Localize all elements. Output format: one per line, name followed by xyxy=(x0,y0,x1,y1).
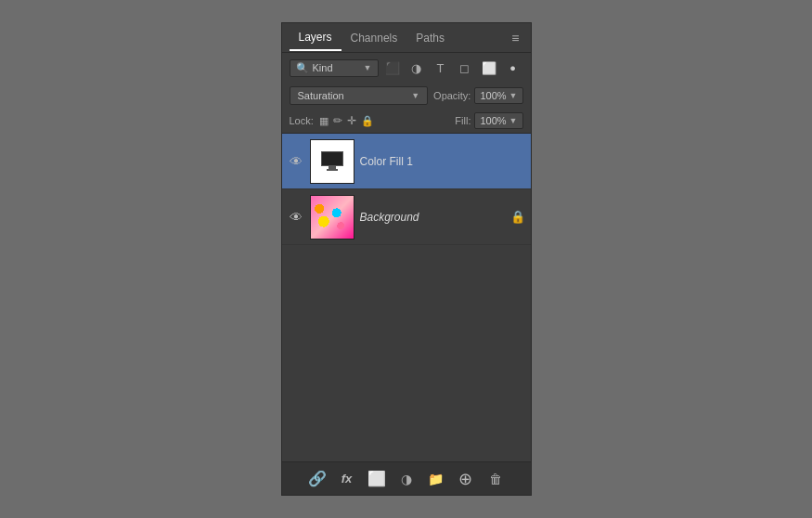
filter-shape-icon[interactable]: ◻ xyxy=(455,58,475,78)
opacity-label: Opacity: xyxy=(433,90,470,101)
monitor-base xyxy=(327,169,338,171)
layer-item[interactable]: 👁 Color Fill 1 xyxy=(282,134,531,189)
layer-name: Background xyxy=(360,211,505,224)
filter-image-icon[interactable]: ⬛ xyxy=(382,58,403,78)
tab-layers[interactable]: Layers xyxy=(290,25,342,51)
new-layer-button[interactable]: ⊕ xyxy=(456,469,476,489)
kind-filter-label: Kind xyxy=(313,62,333,73)
blend-mode-dropdown[interactable]: Saturation ▼ xyxy=(290,86,429,105)
background-thumb xyxy=(311,196,354,239)
lock-artboards-icon[interactable]: 🔒 xyxy=(361,115,374,127)
blend-row: Saturation ▼ Opacity: 100% ▼ xyxy=(282,83,531,109)
monitor-screen xyxy=(321,151,343,166)
new-group-button[interactable]: 📁 xyxy=(426,469,446,489)
filter-smart-icon[interactable]: ● xyxy=(503,58,523,78)
lock-transparent-icon[interactable]: ▦ xyxy=(319,115,329,127)
layer-name: Color Fill 1 xyxy=(360,155,525,168)
fx-button[interactable]: fx xyxy=(337,469,357,489)
fill-input[interactable]: 100% ▼ xyxy=(474,112,522,129)
kind-filter-dropdown[interactable]: 🔍 Kind ▼ xyxy=(290,59,379,77)
fill-label: Fill: xyxy=(455,115,470,126)
lock-icons: ▦ ✏ ✛ 🔒 xyxy=(319,114,374,127)
layer-visibility-icon[interactable]: 👁 xyxy=(288,154,304,169)
layer-thumbnail xyxy=(310,195,354,240)
lock-label: Lock: xyxy=(290,115,314,126)
background-overlay xyxy=(311,196,354,239)
bottom-toolbar: 🔗 fx ⬜ ◑ 📁 ⊕ 🗑 xyxy=(282,461,531,495)
fill-arrow: ▼ xyxy=(509,116,518,125)
layers-list: 👁 Color Fill 1 👁 Background xyxy=(282,134,531,461)
filter-row: 🔍 Kind ▼ ⬛ ◑ T ◻ ⬜ ● xyxy=(282,53,531,83)
opacity-arrow: ▼ xyxy=(509,91,518,100)
panel-tabs: Layers Channels Paths ≡ xyxy=(282,23,531,53)
blend-mode-label: Saturation xyxy=(298,90,344,101)
opacity-input[interactable]: 100% ▼ xyxy=(474,87,522,104)
filter-pixel-icon[interactable]: ⬜ xyxy=(479,58,499,78)
fill-group: Fill: 100% ▼ xyxy=(455,112,522,129)
fill-value-text: 100% xyxy=(480,115,506,126)
lock-position-icon[interactable]: ✛ xyxy=(347,114,356,127)
link-layers-button[interactable]: 🔗 xyxy=(307,469,328,489)
filter-adjustment-icon[interactable]: ◑ xyxy=(406,58,427,78)
adjustment-layer-button[interactable]: ◑ xyxy=(396,469,417,489)
delete-layer-button[interactable]: 🗑 xyxy=(485,469,506,489)
add-mask-button[interactable]: ⬜ xyxy=(367,469,387,489)
layer-lock-icon: 🔒 xyxy=(510,210,525,224)
tab-channels[interactable]: Channels xyxy=(342,26,407,50)
opacity-group: Opacity: 100% ▼ xyxy=(433,87,522,104)
layer-visibility-icon[interactable]: 👁 xyxy=(288,210,304,225)
monitor-icon xyxy=(321,151,343,171)
layers-panel: Layers Channels Paths ≡ 🔍 Kind ▼ ⬛ ◑ T ◻… xyxy=(281,22,532,496)
tab-paths[interactable]: Paths xyxy=(406,26,454,50)
panel-menu-icon[interactable]: ≡ xyxy=(508,27,522,49)
opacity-value-text: 100% xyxy=(480,90,506,101)
blend-dropdown-arrow: ▼ xyxy=(411,91,419,100)
layer-item[interactable]: 👁 Background 🔒 xyxy=(282,189,531,245)
kind-dropdown-arrow: ▼ xyxy=(364,63,372,72)
lock-image-icon[interactable]: ✏ xyxy=(333,114,342,127)
search-icon: 🔍 xyxy=(296,62,309,74)
color-fill-thumb xyxy=(311,140,354,183)
layer-thumbnail xyxy=(310,139,354,184)
lock-row: Lock: ▦ ✏ ✛ 🔒 Fill: 100% ▼ xyxy=(282,109,531,134)
filter-type-icon[interactable]: T xyxy=(431,58,451,78)
